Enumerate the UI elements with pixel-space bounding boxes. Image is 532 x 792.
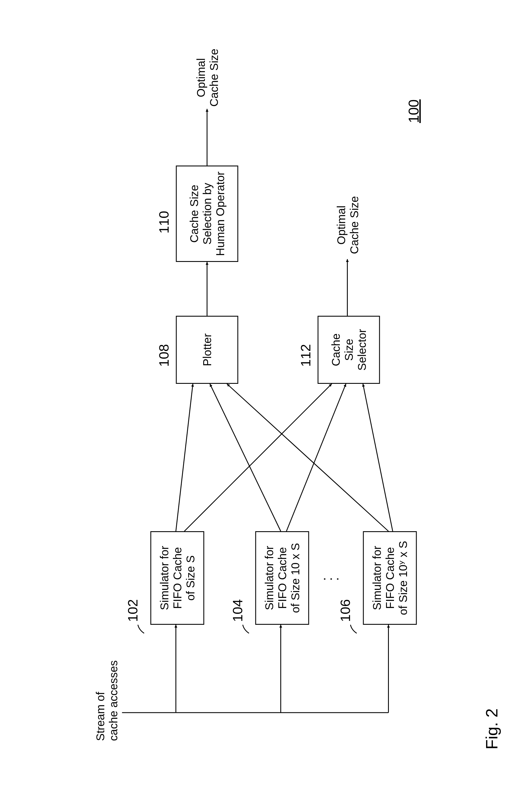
figure-number: Fig. 2	[482, 709, 501, 750]
sim1-ref: 102	[125, 599, 140, 622]
plotter-ref: 108	[156, 344, 171, 367]
output-bottom-label: Optimal Cache Size	[335, 194, 361, 256]
human-box: Cache Size Selection by Human Operator	[176, 166, 238, 262]
selector-ref: 112	[298, 344, 313, 367]
stream-label: Stream of cache accesses	[94, 660, 120, 741]
stream-label-line2: cache accesses	[107, 660, 119, 741]
sim1-box: Simulator for FIFO Cache of Size S	[150, 531, 204, 625]
connectors	[0, 0, 532, 792]
sim2-line3: of Size 10 x S	[288, 534, 302, 622]
svg-line-5	[176, 384, 193, 531]
sim2-line2: FIFO Cache	[276, 534, 288, 622]
human-ref: 110	[156, 211, 171, 233]
plotter-text: Plotter	[201, 319, 213, 381]
svg-line-8	[184, 384, 331, 531]
sim1-line1: Simulator for	[157, 534, 171, 622]
selector-line1: Cache	[329, 319, 342, 381]
sim3-line3: of Size 10ʸ x S	[396, 534, 409, 622]
diagram-canvas: Stream of cache accesses 102 Simulator f…	[0, 0, 532, 792]
output-top-label: Optimal Cache Size	[194, 46, 220, 109]
human-line1: Cache Size	[187, 169, 201, 259]
diagram-ref-number: 100	[405, 99, 422, 123]
sim3-box: Simulator for FIFO Cache of Size 10ʸ x S	[363, 531, 417, 625]
human-line3: Human Operator	[213, 169, 226, 259]
output-top-line1: Optimal	[194, 58, 207, 97]
svg-line-6	[210, 384, 281, 531]
plotter-box: Plotter	[176, 316, 238, 384]
output-top-line2: Cache Size	[207, 49, 220, 107]
sim2-line1: Simulator for	[263, 534, 276, 622]
sim3-line2: FIFO Cache	[383, 534, 396, 622]
sim1-line2: FIFO Cache	[171, 534, 184, 622]
sim2-ref: 104	[230, 599, 245, 622]
sim3-ref: 106	[337, 599, 353, 622]
svg-line-7	[227, 384, 388, 531]
human-line2: Selection by	[201, 169, 213, 259]
svg-line-10	[363, 384, 393, 531]
selector-line3: Selector	[355, 319, 368, 381]
sim3-line1: Simulator for	[370, 534, 383, 622]
stream-label-line1: Stream of	[94, 692, 106, 741]
ellipsis-dots: ···	[320, 577, 340, 581]
selector-line2: Size	[342, 319, 355, 381]
sim2-box: Simulator for FIFO Cache of Size 10 x S	[255, 531, 309, 625]
sim1-line3: of Size S	[184, 534, 197, 622]
output-bottom-line2: Cache Size	[348, 196, 360, 254]
selector-box: Cache Size Selector	[318, 316, 380, 384]
svg-line-9	[286, 384, 346, 531]
output-bottom-line1: Optimal	[335, 206, 347, 245]
